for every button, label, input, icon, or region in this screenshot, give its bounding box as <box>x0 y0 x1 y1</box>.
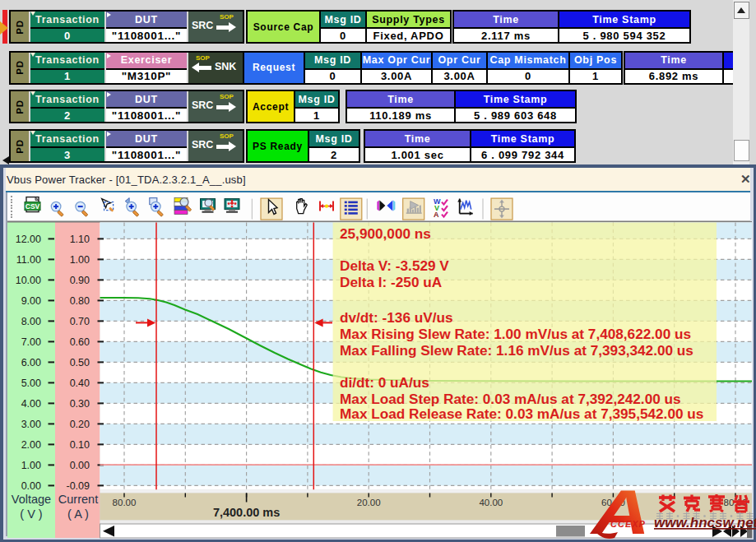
svg-text:20.00: 20.00 <box>357 498 381 507</box>
svg-text:4.00: 4.00 <box>21 398 41 410</box>
svg-text:0.00: 0.00 <box>70 460 90 471</box>
svg-text:2.00: 2.00 <box>21 439 41 451</box>
svg-text:6.00: 6.00 <box>21 357 41 368</box>
svg-text:5.00: 5.00 <box>21 378 41 389</box>
svg-text:0.50: 0.50 <box>70 357 90 368</box>
svg-text:0.80: 0.80 <box>70 295 90 307</box>
svg-text:0.10: 0.10 <box>70 439 90 451</box>
svg-text:Current: Current <box>58 493 98 506</box>
svg-text:0.90: 0.90 <box>70 275 90 286</box>
svg-text:8.00: 8.00 <box>21 316 41 327</box>
svg-text:Max Load Release Rate: 0.03 mA: Max Load Release Rate: 0.03 mA/us at 7,3… <box>340 405 703 422</box>
svg-text:Max Load Step Rate: 0.03 mA/us: Max Load Step Rate: 0.03 mA/us at 7,392,… <box>340 391 681 407</box>
svg-text:11.00: 11.00 <box>16 254 41 266</box>
svg-text:CSV: CSV <box>26 202 40 210</box>
svg-text:1.00: 1.00 <box>70 254 90 266</box>
svg-text:0.20: 0.20 <box>70 419 90 430</box>
svg-text:1.10: 1.10 <box>70 234 90 245</box>
svg-text:0.40: 0.40 <box>70 378 90 389</box>
svg-text:Voltage: Voltage <box>12 493 51 506</box>
svg-text:0.70: 0.70 <box>70 316 90 327</box>
svg-text:di/dt: 0 uA/us: di/dt: 0 uA/us <box>340 374 429 391</box>
svg-text:7,400.00 ms: 7,400.00 ms <box>213 506 280 519</box>
svg-text:7.00: 7.00 <box>21 336 41 348</box>
svg-text:dv/dt: -136 uV/us: dv/dt: -136 uV/us <box>340 309 453 326</box>
svg-text:A: A <box>434 210 439 218</box>
svg-text:Delta V: -3.529 V: Delta V: -3.529 V <box>340 257 449 274</box>
svg-text:12.00: 12.00 <box>16 234 41 245</box>
svg-text:3.00: 3.00 <box>21 419 41 430</box>
svg-text:0.60: 0.60 <box>70 336 90 348</box>
svg-text:80.00: 80.00 <box>113 498 137 507</box>
svg-text:0.30: 0.30 <box>70 398 90 410</box>
svg-text:Delta I: -250 uA: Delta I: -250 uA <box>340 274 442 290</box>
svg-text:( V ): ( V ) <box>20 507 42 521</box>
svg-text:Max Rising Slew Rate: 1.00 mV/: Max Rising Slew Rate: 1.00 mV/us at 7,40… <box>340 326 691 342</box>
svg-text:( A ): ( A ) <box>67 507 89 521</box>
svg-text:1.00: 1.00 <box>21 460 41 471</box>
svg-text:-0.09: -0.09 <box>67 480 90 492</box>
svg-text:0.00: 0.00 <box>21 480 41 492</box>
svg-text:www.hncsw.net: www.hncsw.net <box>654 515 756 530</box>
svg-text:9.00: 9.00 <box>21 295 41 307</box>
svg-text:CCEXP: CCEXP <box>610 519 646 529</box>
svg-text:25,900,000 ns: 25,900,000 ns <box>340 225 431 242</box>
svg-text:Max Falling Slew Rate: 1.16 mV: Max Falling Slew Rate: 1.16 mV/us at 7,3… <box>340 342 693 359</box>
svg-text:10.00: 10.00 <box>16 275 41 286</box>
svg-text:40.00: 40.00 <box>479 498 503 507</box>
